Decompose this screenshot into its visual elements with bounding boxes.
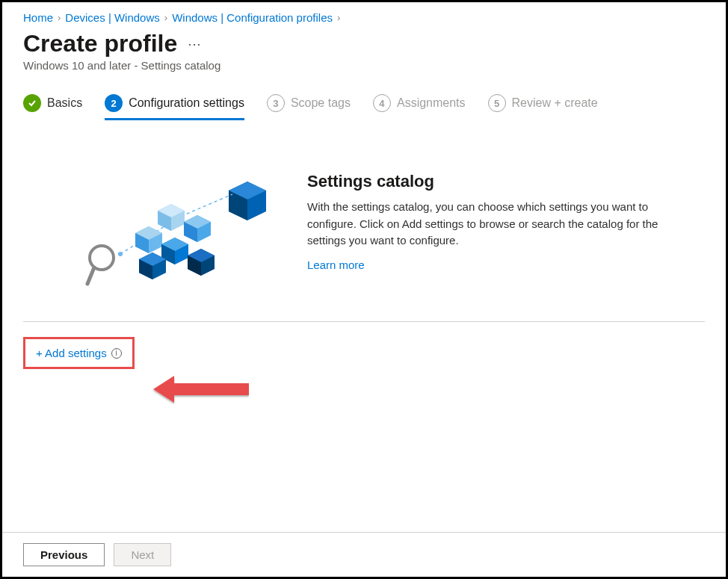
info-body: With the settings catalog, you can choos… bbox=[307, 199, 667, 250]
annotation-arrow-icon bbox=[152, 374, 249, 404]
step-number: 2 bbox=[105, 94, 123, 112]
divider bbox=[23, 321, 705, 322]
chevron-right-icon: › bbox=[58, 12, 61, 23]
step-assignments[interactable]: 4 Assignments bbox=[373, 94, 466, 120]
step-review-create[interactable]: 5 Review + create bbox=[488, 94, 598, 120]
checkmark-icon bbox=[23, 94, 41, 112]
page-subtitle: Windows 10 and later - Settings catalog bbox=[23, 59, 705, 72]
step-basics[interactable]: Basics bbox=[23, 94, 82, 120]
breadcrumb: Home › Devices | Windows › Windows | Con… bbox=[23, 11, 705, 24]
info-heading: Settings catalog bbox=[307, 172, 667, 191]
page-title: Create profile bbox=[23, 30, 177, 58]
info-icon[interactable]: i bbox=[111, 348, 122, 359]
step-number: 4 bbox=[373, 94, 391, 112]
svg-line-3 bbox=[87, 267, 94, 284]
wizard-steps: Basics 2 Configuration settings 3 Scope … bbox=[23, 94, 705, 120]
step-label: Scope tags bbox=[291, 96, 351, 110]
step-label: Review + create bbox=[512, 96, 598, 110]
annotation-highlight-box: + Add settings i bbox=[23, 337, 135, 369]
step-number: 5 bbox=[488, 94, 506, 112]
previous-button[interactable]: Previous bbox=[23, 543, 105, 566]
next-button: Next bbox=[114, 543, 171, 566]
step-scope-tags[interactable]: 3 Scope tags bbox=[267, 94, 351, 120]
wizard-footer: Previous Next bbox=[2, 532, 726, 577]
step-number: 3 bbox=[267, 94, 285, 112]
chevron-right-icon: › bbox=[164, 12, 167, 23]
info-panel: Settings catalog With the settings catal… bbox=[23, 172, 705, 299]
step-label: Basics bbox=[47, 96, 82, 110]
step-label: Configuration settings bbox=[129, 96, 244, 110]
catalog-illustration-icon bbox=[83, 172, 277, 299]
chevron-right-icon: › bbox=[337, 12, 340, 23]
breadcrumb-home[interactable]: Home bbox=[23, 11, 53, 24]
learn-more-link[interactable]: Learn more bbox=[307, 258, 365, 271]
step-configuration-settings[interactable]: 2 Configuration settings bbox=[105, 94, 244, 120]
add-settings-button[interactable]: + Add settings bbox=[36, 347, 107, 359]
more-actions-icon[interactable]: ⋯ bbox=[188, 36, 203, 52]
svg-point-0 bbox=[118, 252, 123, 256]
step-label: Assignments bbox=[397, 96, 466, 110]
breadcrumb-devices[interactable]: Devices | Windows bbox=[65, 11, 159, 24]
breadcrumb-config-profiles[interactable]: Windows | Configuration profiles bbox=[172, 11, 333, 24]
